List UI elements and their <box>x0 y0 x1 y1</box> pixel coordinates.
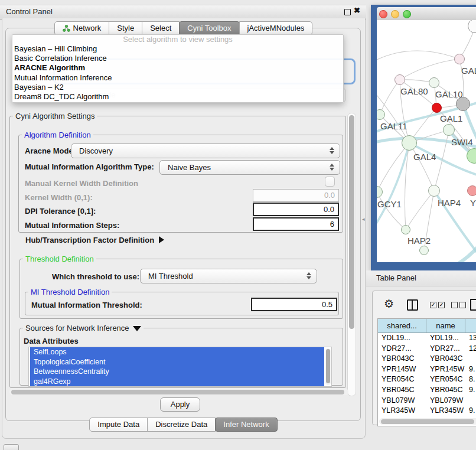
mi-steps-field[interactable]: 6 <box>253 217 339 231</box>
minimize-window-icon[interactable] <box>391 10 399 18</box>
table-row[interactable]: YDL19...YDL19...13 <box>378 333 476 344</box>
network-node-hap2[interactable] <box>401 225 410 234</box>
table-cell: YBR043C <box>378 354 426 364</box>
data-attributes-list[interactable]: SelfLoopsTopologicalCoefficientBetweenne… <box>28 347 332 387</box>
network-node-gal4[interactable] <box>402 135 417 151</box>
mi-steps-label: Mutual Information Steps: <box>25 221 119 230</box>
data-attribute-item[interactable]: BetweennessCentrality <box>30 367 324 377</box>
tab-network[interactable]: Network <box>54 21 110 35</box>
table-cell: YIL053C <box>426 416 465 417</box>
settings-vertical-scrollbar[interactable] <box>347 113 356 396</box>
bottom-tab-discretize-data[interactable]: Discretize Data <box>147 418 216 432</box>
tab-label: Discretize Data <box>155 420 207 429</box>
algorithm-option-bayesian-hill-climbing[interactable]: Bayesian – Hill Climbing <box>12 44 343 54</box>
algorithm-definition-title: Algorithm Definition <box>22 131 93 139</box>
mi-threshold-field[interactable]: 0.5 <box>251 298 337 311</box>
tab-label: jActiveMNodules <box>247 24 305 32</box>
network-edge[interactable] <box>380 80 400 115</box>
table-row[interactable]: YLR345WYLR345W9. <box>378 406 476 416</box>
table-row[interactable]: YBR045CYBR045C9. <box>378 385 476 396</box>
table-row[interactable]: YER054CYER054C8. <box>378 374 476 385</box>
table-cell: YER054C <box>426 374 465 385</box>
network-node-gal1[interactable] <box>432 103 442 113</box>
sources-group-title[interactable]: Sources for Network Inference <box>23 324 144 332</box>
network-node-hap4[interactable] <box>428 185 440 197</box>
network-node[interactable] <box>456 97 470 111</box>
bottom-tab-infer-network[interactable]: Infer Network <box>215 418 277 432</box>
splitter-handle-icon[interactable]: ◂ <box>362 216 365 222</box>
float-window-icon[interactable] <box>344 9 351 15</box>
network-node-gal10[interactable] <box>429 77 439 88</box>
apply-button[interactable]: Apply <box>160 397 200 412</box>
settings-horizontal-scrollbar[interactable] <box>9 389 348 395</box>
bottom-tab-impute-data[interactable]: Impute Data <box>89 418 148 432</box>
dpi-tolerance-field[interactable]: 0.0 <box>253 203 339 216</box>
columns-icon[interactable] <box>407 299 418 311</box>
network-edge[interactable] <box>400 59 459 80</box>
close-window-icon[interactable] <box>379 10 387 18</box>
column-header[interactable]: name <box>426 319 465 333</box>
node-label: GAL80 <box>400 86 428 96</box>
tab-cyni-toolbox[interactable]: Cyni Toolbox <box>179 21 239 35</box>
network-view-window[interactable]: GALGAL80GAL10GAL1GAL11SWI4GAL4GCY1HAP4YH… <box>371 5 476 270</box>
close-panel-icon[interactable]: ✖ <box>354 6 360 15</box>
which-threshold-combo[interactable]: MI Threshold <box>140 269 317 283</box>
network-edge[interactable] <box>377 51 459 61</box>
network-edge[interactable] <box>406 191 434 230</box>
table-cell: 9. <box>465 416 476 417</box>
list-scrollbar[interactable] <box>325 348 331 385</box>
network-edge[interactable] <box>377 143 409 192</box>
data-attribute-item[interactable]: gal4RGexp <box>30 377 324 387</box>
data-attribute-item[interactable]: TopologicalCoefficient <box>30 357 324 367</box>
select-all-checkboxes-icon[interactable]: ✓✓ <box>430 302 445 308</box>
data-attribute-item[interactable]: SelfLoops <box>30 347 324 357</box>
network-node-gal[interactable] <box>454 54 465 64</box>
table-horizontal-scrollbar[interactable] <box>379 418 476 425</box>
algorithm-option-dream8-dc-tdc-algorithm[interactable]: Dream8 DC_TDC Algorithm <box>12 92 343 102</box>
table-row[interactable]: YPR145WYPR145W9. <box>378 364 476 375</box>
control-panel-tab-bar: NetworkStyleSelectCyni ToolboxjActiveMNo… <box>2 21 365 35</box>
table-row[interactable]: YDR27...YDR27...12 <box>378 344 476 354</box>
mini-corner-button[interactable] <box>4 444 19 450</box>
network-canvas[interactable]: GALGAL80GAL10GAL1GAL11SWI4GAL4GCY1HAP4YH… <box>377 20 476 262</box>
kernel-width-field[interactable]: 0.0 <box>253 189 339 202</box>
aracne-mode-combo[interactable]: Discovery <box>71 144 340 158</box>
network-node[interactable] <box>419 246 429 255</box>
table-panel: ⚙ ✓✓ shared...nameA YDL19...YDL19...13YD… <box>372 291 476 425</box>
tab-style[interactable]: Style <box>109 21 142 35</box>
node-label: SWI4 <box>451 137 473 147</box>
algorithm-option-mutual-information-inference[interactable]: Mutual Information Inference <box>12 73 343 83</box>
mi-algorithm-type-combo[interactable]: Naive Bayes <box>159 160 340 175</box>
algorithm-option-basic-correlation-inference[interactable]: Basic Correlation Inference <box>12 54 343 63</box>
table-row[interactable]: YIL053CYIL053C9. <box>378 416 476 417</box>
network-node-y[interactable] <box>467 185 476 196</box>
table-row[interactable]: YBR043CYBR043C <box>378 354 476 364</box>
table-cell: YDR27... <box>426 344 465 354</box>
combo-arrows-icon <box>330 164 334 171</box>
algorithm-option-aracne-algorithm[interactable]: ARACNE Algorithm <box>12 63 343 73</box>
tab-select[interactable]: Select <box>142 21 180 35</box>
network-node-swi4[interactable] <box>443 124 455 136</box>
gear-icon[interactable]: ⚙ <box>384 297 394 311</box>
combo-arrows-icon <box>330 147 334 154</box>
new-table-icon[interactable] <box>470 299 476 311</box>
control-panel-body: Inference Algorithm gal-filtered sif def… <box>5 28 361 421</box>
mi-threshold-definition-group: MI Threshold Definition Mutual Informati… <box>25 292 339 315</box>
tab-jactivemnodules[interactable]: jActiveMNodules <box>239 21 313 35</box>
table-cell: YER054C <box>378 374 426 385</box>
mi-type-label: Mutual Information Algorithm Type: <box>25 162 154 171</box>
table-cell: YLR345W <box>378 406 426 416</box>
manual-kernel-label: Manual Kernel Width Definition <box>25 179 138 188</box>
deselect-all-checkboxes-icon[interactable] <box>451 302 466 308</box>
column-header[interactable]: shared... <box>378 319 426 333</box>
tab-label: Style <box>117 24 134 32</box>
network-window-titlebar[interactable] <box>377 7 476 21</box>
manual-kernel-checkbox[interactable] <box>325 177 335 187</box>
algorithm-option-bayesian-k2[interactable]: Bayesian – K2 <box>12 83 343 92</box>
zoom-window-icon[interactable] <box>403 10 411 18</box>
hub-definition-toggle[interactable]: Hub/Transcription Factor Definition <box>25 236 164 244</box>
table-row[interactable]: YBL079WYBL079W <box>378 396 476 406</box>
network-node-gal80[interactable] <box>395 74 405 85</box>
table-cell: YBR045C <box>378 385 426 396</box>
column-header[interactable]: A <box>465 319 476 333</box>
